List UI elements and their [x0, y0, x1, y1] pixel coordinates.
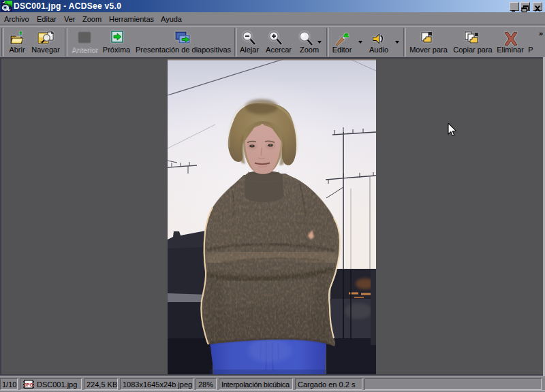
svg-text:JPG: JPG	[24, 382, 33, 387]
